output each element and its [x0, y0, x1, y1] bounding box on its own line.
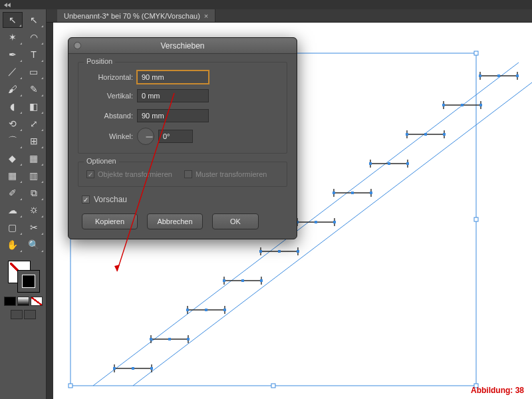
- svg-rect-27: [223, 309, 226, 311]
- svg-rect-16: [132, 367, 134, 370]
- tool-gradient[interactable]: ▥: [24, 168, 44, 184]
- tool-eraser[interactable]: ◧: [24, 98, 44, 114]
- tool-perspective-grid[interactable]: ▦: [24, 150, 44, 166]
- svg-rect-74: [479, 74, 481, 77]
- tool-magic-wand[interactable]: ✶: [3, 29, 23, 45]
- svg-rect-6: [68, 384, 72, 388]
- svg-rect-45: [333, 221, 336, 223]
- document-tab-strip: Unbenannt-3* bei 70 % (CMYK/Vorschau) ×: [0, 9, 532, 23]
- svg-rect-34: [241, 279, 244, 282]
- svg-rect-70: [461, 104, 464, 106]
- tool-free-transform[interactable]: ⊞: [24, 133, 44, 149]
- svg-rect-32: [223, 279, 225, 282]
- figure-caption: Abbildung: 38: [471, 386, 524, 395]
- svg-rect-62: [406, 133, 408, 136]
- input-angle[interactable]: [158, 130, 193, 143]
- cancel-button[interactable]: Abbrechen: [147, 213, 203, 229]
- color-mode-row: [4, 297, 43, 306]
- fill-stroke-swatches[interactable]: [7, 259, 40, 293]
- tool-line-segment[interactable]: ／: [3, 64, 23, 80]
- svg-rect-33: [260, 279, 263, 282]
- check-icon: [184, 170, 192, 178]
- tool-hand[interactable]: ✋: [3, 237, 23, 253]
- tool-pencil[interactable]: ✎: [24, 81, 44, 97]
- svg-rect-28: [205, 309, 207, 311]
- dialog-titlebar[interactable]: Verschieben: [68, 38, 297, 54]
- tools-panel: ↖↖✶◠✒T／▭🖌✎◖◧⟲⤢⌒⊞◆▦▦▥✐⧉☁⛭▢✂✋🔍: [0, 9, 47, 399]
- checkbox-transform-patterns-label: Muster transformieren: [196, 170, 267, 178]
- tool-eyedropper[interactable]: ✐: [3, 185, 23, 201]
- tool-rectangle[interactable]: ▭: [24, 64, 44, 80]
- tool-scale[interactable]: ⤢: [24, 116, 44, 132]
- app-menubar: ◀◀: [0, 0, 532, 9]
- tool-slice[interactable]: ✂: [24, 219, 44, 235]
- svg-rect-14: [113, 367, 116, 370]
- tool-direct-selection[interactable]: ↖: [24, 12, 44, 28]
- svg-rect-21: [187, 338, 190, 340]
- tool-symbol-sprayer[interactable]: ☁: [3, 202, 23, 218]
- svg-rect-69: [479, 104, 482, 106]
- color-mode-none[interactable]: [31, 297, 43, 306]
- svg-rect-22: [168, 338, 171, 340]
- input-horizontal[interactable]: [137, 70, 209, 84]
- tool-type[interactable]: T: [24, 47, 44, 63]
- svg-rect-76: [497, 74, 500, 77]
- tool-shape-builder[interactable]: ◆: [3, 150, 23, 166]
- ok-button[interactable]: OK: [212, 213, 259, 229]
- tool-blob-brush[interactable]: ◖: [3, 98, 23, 114]
- tool-mesh[interactable]: ▦: [3, 168, 23, 184]
- svg-rect-57: [406, 162, 409, 165]
- input-vertical[interactable]: [137, 89, 209, 102]
- checkbox-transform-objects-label: Objekte transformieren: [98, 170, 172, 178]
- check-icon: [86, 170, 94, 178]
- svg-rect-39: [297, 250, 299, 253]
- group-position: Position Horizontal: Vertikal: Abstand: …: [78, 62, 287, 154]
- svg-rect-3: [474, 51, 478, 55]
- label-distance: Abstand:: [86, 112, 137, 120]
- input-distance[interactable]: [137, 109, 209, 122]
- checkbox-preview[interactable]: Vorschau: [82, 195, 287, 204]
- document-tab[interactable]: Unbenannt-3* bei 70 % (CMYK/Vorschau) ×: [57, 9, 215, 22]
- copy-button[interactable]: Kopieren: [82, 213, 138, 229]
- tool-rotate[interactable]: ⟲: [3, 116, 23, 132]
- close-icon[interactable]: ×: [204, 12, 208, 20]
- angle-dial[interactable]: [137, 128, 154, 145]
- dialog-title: Verschieben: [160, 41, 204, 51]
- svg-rect-5: [474, 217, 478, 221]
- tool-pen[interactable]: ✒: [3, 47, 23, 63]
- color-mode-solid[interactable]: [4, 297, 16, 306]
- tool-column-graph[interactable]: ⛭: [24, 202, 44, 218]
- panel-collapse-icon[interactable]: ◀◀: [4, 0, 11, 9]
- tool-selection[interactable]: ↖: [3, 12, 23, 28]
- svg-rect-68: [442, 104, 445, 106]
- screen-mode-row: [11, 310, 36, 319]
- tool-paintbrush[interactable]: 🖌: [3, 81, 23, 97]
- group-options: Optionen Objekte transformieren Muster t…: [78, 162, 287, 187]
- svg-rect-20: [150, 338, 152, 340]
- stroke-swatch[interactable]: [17, 270, 40, 293]
- tool-blend[interactable]: ⧉: [24, 185, 44, 201]
- svg-rect-63: [443, 133, 446, 136]
- svg-rect-56: [369, 162, 372, 165]
- svg-rect-64: [424, 133, 427, 136]
- color-mode-gradient[interactable]: [17, 297, 29, 306]
- document-tab-title: Unbenannt-3* bei 70 % (CMYK/Vorschau): [64, 12, 200, 20]
- svg-rect-38: [259, 250, 262, 253]
- tool-zoom[interactable]: 🔍: [24, 237, 44, 253]
- svg-rect-7: [271, 384, 275, 388]
- tool-artboard[interactable]: ▢: [3, 219, 23, 235]
- svg-rect-52: [351, 192, 354, 194]
- screen-mode-full[interactable]: [24, 310, 36, 319]
- traffic-light-close-icon[interactable]: [74, 42, 81, 49]
- screen-mode-normal[interactable]: [11, 310, 23, 319]
- check-icon: [82, 196, 90, 203]
- tool-lasso[interactable]: ◠: [24, 29, 44, 45]
- tool-width[interactable]: ⌒: [3, 133, 23, 149]
- svg-rect-46: [315, 221, 317, 223]
- svg-rect-75: [516, 74, 519, 77]
- label-horizontal: Horizontal:: [86, 73, 137, 81]
- checkbox-transform-objects: Objekte transformieren: [86, 170, 172, 178]
- label-angle: Winkel:: [86, 132, 137, 140]
- svg-rect-40: [278, 250, 281, 253]
- group-position-title: Position: [84, 57, 115, 65]
